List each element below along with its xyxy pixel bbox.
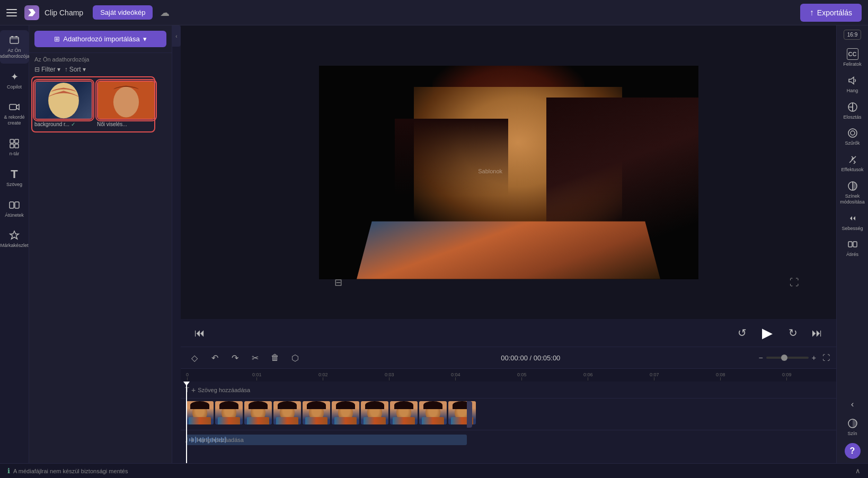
zoom-in-icon[interactable]: + (812, 353, 816, 362)
sidebar-item-copilot[interactable]: ✦ Copilot (0, 67, 29, 94)
ruler-mark-3: 0:03 (385, 372, 394, 380)
rs-item-color[interactable]: Szín (837, 414, 868, 440)
video-clip-6[interactable] (332, 401, 359, 424)
ruler-mark-6: 0:06 (583, 372, 593, 380)
filter-chevron: ▾ (57, 66, 60, 73)
center-area: Sablonok ⊟ ⛶ ⏮ ↺ ▶ ↻ ⏭ ◇ ↶ ↷ ✂ 🗑 (181, 25, 836, 463)
video-controls: ⏮ ↺ ▶ ↻ ⏭ (181, 319, 836, 347)
media-item-label-1: background r... ✓ (34, 121, 93, 127)
media-thumb-1 (34, 81, 93, 120)
video-clip-3[interactable] (244, 401, 272, 424)
timeline-copy-button[interactable]: ⬡ (288, 350, 303, 365)
aspect-ratio-button[interactable]: 16:9 (844, 30, 861, 40)
sidebar-item-copilot-label: Copilot (7, 84, 22, 90)
rs-item-audio-label: Hang (847, 88, 858, 94)
filter-button[interactable]: ⊟ Filter ▾ (34, 66, 60, 73)
filters-icon (847, 127, 858, 139)
import-icon: ⊞ (54, 35, 60, 43)
export-button[interactable]: ↑ Exportálás (800, 4, 862, 22)
effects-icon (847, 154, 858, 165)
rs-item-effects[interactable]: Effektusok (837, 151, 868, 176)
expand-timeline-icon[interactable]: ⛶ (822, 353, 830, 362)
sidebar-item-transitions-label: Átünetek (5, 213, 24, 218)
timeline-select-tool[interactable]: ◇ (187, 350, 202, 365)
menu-button[interactable] (6, 6, 19, 19)
status-text: A médiafájlrai nem készül biztonsági men… (13, 468, 128, 474)
playhead-head (183, 382, 190, 386)
zoom-slider[interactable] (766, 357, 809, 359)
video-clip-4[interactable] (273, 401, 301, 424)
rs-item-split[interactable]: Elosztás (837, 98, 868, 123)
topbar-left: Clip Champ Saját videókép ☁ (6, 5, 170, 20)
svg-rect-2 (15, 36, 17, 38)
video-clip-1[interactable] (186, 401, 214, 424)
video-clip-2[interactable] (215, 401, 243, 424)
add-text-button[interactable]: T + Szöveg hozzáadása (181, 384, 254, 396)
zoom-out-icon[interactable]: − (759, 353, 763, 362)
import-button[interactable]: ⊞ Adathordozó importálása ▾ (34, 31, 166, 47)
video-clothing (357, 215, 660, 279)
rs-expand-panel[interactable]: ‹ (837, 395, 868, 413)
media-item-2[interactable]: Női viselés... (97, 81, 155, 127)
svg-rect-8 (10, 202, 14, 208)
fast-forward-button[interactable]: ↻ (784, 324, 801, 341)
expand-panel-icon: ‹ (847, 399, 858, 410)
video-clip-9[interactable] (419, 401, 447, 424)
media-thumb-2 (97, 81, 155, 120)
timeline-cut-button[interactable]: ✂ (247, 350, 262, 365)
rs-item-color-adjust[interactable]: Színek módosítása (837, 177, 868, 208)
rewind-button[interactable]: ↺ (733, 324, 750, 341)
media-panel-top: ⊞ Adathordozó importálása ▾ (29, 25, 172, 53)
rs-item-audio[interactable]: Hang (837, 72, 868, 97)
sidebar-item-templates-label: n-tár (10, 151, 20, 157)
sidebar-item-brandkit[interactable]: Márkakészlet (0, 225, 29, 253)
fullscreen-icon[interactable]: ⛶ (790, 277, 799, 288)
sidebar-item-text[interactable]: T Szöveg (0, 164, 29, 192)
video-clip-8[interactable] (390, 401, 418, 424)
video-clip-5[interactable] (303, 401, 330, 424)
rs-item-captions[interactable]: CC Feliratok (837, 45, 868, 70)
preview-cast-icon[interactable]: ⊟ (334, 277, 342, 288)
video-track-clips (186, 401, 476, 428)
timeline-undo-button[interactable]: ↶ (207, 350, 222, 365)
rs-item-transition[interactable]: Átirés (837, 235, 868, 261)
saját-videókép-tab[interactable]: Saját videókép (93, 5, 153, 20)
rs-item-speed[interactable]: Sebesség (837, 209, 868, 235)
sidebar-item-text-label: Szöveg (6, 182, 22, 188)
color-icon (847, 418, 858, 429)
add-audio-button[interactable]: ♩ + Hang hozzáadása (181, 430, 248, 449)
timeline-zoom-controls: − + ⛶ (759, 353, 830, 362)
sidebar-item-media[interactable]: Az Önadathordozója (0, 30, 29, 64)
timeline-redo-button[interactable]: ↷ (227, 350, 242, 365)
app-logo (24, 5, 39, 20)
playhead[interactable] (186, 382, 187, 463)
skip-to-start-button[interactable]: ⏮ (191, 324, 208, 341)
rs-item-color-label: Szín (847, 431, 857, 437)
svg-point-12 (851, 131, 855, 135)
svg-rect-9 (15, 202, 19, 208)
sort-chevron: ▾ (83, 66, 86, 73)
media-icon (8, 34, 20, 46)
media-grid: background r... ✓ Női viselés... (29, 75, 172, 132)
sort-button[interactable]: ↑ Sort ▾ (65, 66, 86, 73)
add-audio-icon: + (190, 436, 194, 444)
rs-item-filters[interactable]: Szűrők (837, 124, 868, 149)
help-button[interactable]: ? (845, 443, 861, 459)
media-item-1[interactable]: background r... ✓ (34, 81, 93, 127)
sidebar-item-record[interactable]: & rekordécreate (0, 97, 29, 130)
skip-to-end-button[interactable]: ⏭ (809, 324, 826, 341)
svg-rect-0 (10, 37, 19, 43)
timeline-ruler: 0 0:01 0:02 0:03 (181, 369, 836, 382)
check-icon-1: ✓ (71, 121, 75, 127)
ruler-mark-8: 0:08 (716, 372, 725, 380)
timeline-delete-button[interactable]: 🗑 (268, 350, 282, 365)
svg-rect-14 (848, 242, 852, 247)
play-button[interactable]: ▶ (758, 323, 777, 342)
panel-collapse-button[interactable]: ‹ (172, 25, 181, 47)
status-expand-icon[interactable]: ∧ (855, 467, 861, 475)
sidebar-item-transitions[interactable]: Átünetek (0, 195, 29, 223)
right-sidebar: 16:9 CC Feliratok Hang (836, 25, 868, 463)
rs-item-speed-label: Sebesség (842, 226, 863, 232)
sidebar-item-templates[interactable]: n-tár (0, 134, 29, 161)
video-clip-7[interactable] (361, 401, 388, 424)
